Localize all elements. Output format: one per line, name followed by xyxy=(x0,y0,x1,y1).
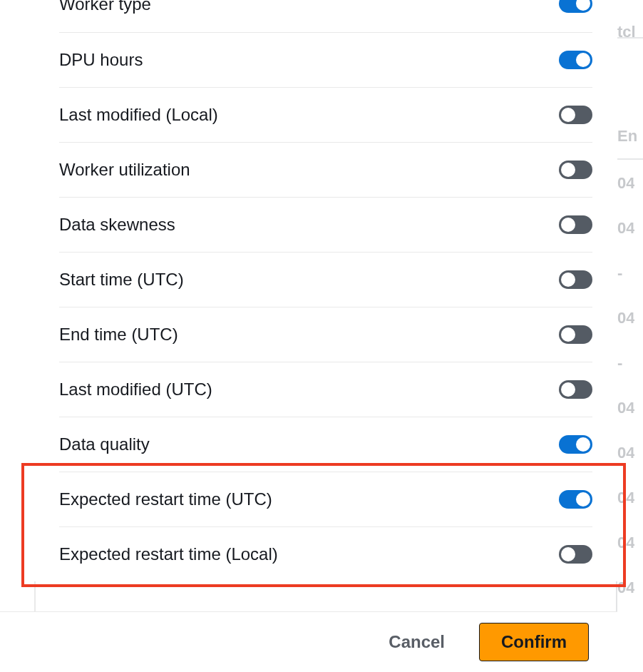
background-cell: - xyxy=(617,264,622,282)
setting-row-end-time-utc: End time (UTC) xyxy=(59,307,592,362)
setting-row-expected-restart-local: Expected restart time (Local) xyxy=(59,526,592,581)
background-cell: 04 xyxy=(617,309,634,327)
setting-label-data-quality: Data quality xyxy=(59,434,150,454)
background-cell: 04 xyxy=(617,444,634,462)
background-cell: 04 xyxy=(617,489,634,507)
toggle-last-modified-local[interactable] xyxy=(559,106,592,124)
setting-label-expected-restart-local: Expected restart time (Local) xyxy=(59,544,278,564)
setting-label-start-time-utc: Start time (UTC) xyxy=(59,270,184,290)
setting-label-last-modified-utc: Last modified (UTC) xyxy=(59,380,212,399)
setting-row-worker-utilization: Worker utilization xyxy=(59,142,592,197)
setting-row-worker-type: Worker type xyxy=(59,0,592,32)
toggle-worker-type[interactable] xyxy=(559,0,592,13)
toggle-expected-restart-local[interactable] xyxy=(559,545,592,564)
setting-row-data-skewness: Data skewness xyxy=(59,197,592,252)
toggle-knob xyxy=(561,327,575,342)
setting-label-data-skewness: Data skewness xyxy=(59,215,175,235)
setting-row-last-modified-local: Last modified (Local) xyxy=(59,87,592,142)
setting-label-last-modified-local: Last modified (Local) xyxy=(59,105,218,125)
toggle-data-skewness[interactable] xyxy=(559,215,592,234)
dialog-footer: Cancel Confirm xyxy=(0,611,617,672)
setting-label-expected-restart-utc: Expected restart time (UTC) xyxy=(59,489,272,509)
toggle-knob xyxy=(561,273,575,287)
setting-label-worker-type: Worker type xyxy=(59,0,151,14)
toggle-knob xyxy=(576,0,590,11)
background-table: tclEn0404-04-0404040404 xyxy=(617,0,643,672)
toggle-start-time-utc[interactable] xyxy=(559,270,592,289)
toggle-data-quality[interactable] xyxy=(559,435,592,454)
toggle-knob xyxy=(561,382,575,397)
confirm-button[interactable]: Confirm xyxy=(479,623,589,661)
background-cell: - xyxy=(617,354,622,372)
toggle-worker-utilization[interactable] xyxy=(559,161,592,179)
column-preferences-dialog: Worker typeDPU hoursLast modified (Local… xyxy=(34,0,617,581)
toggle-knob xyxy=(576,53,590,67)
background-divider xyxy=(617,158,643,160)
background-cell: 04 xyxy=(617,579,634,597)
setting-row-last-modified-utc: Last modified (UTC) xyxy=(59,362,592,417)
background-cell: 04 xyxy=(617,399,634,417)
background-cell: 04 xyxy=(617,174,634,193)
background-cell: tcl xyxy=(617,23,636,41)
background-divider xyxy=(617,37,643,39)
setting-label-worker-utilization: Worker utilization xyxy=(59,160,190,180)
toggle-knob xyxy=(561,547,575,561)
setting-label-end-time-utc: End time (UTC) xyxy=(59,325,178,345)
cancel-button[interactable]: Cancel xyxy=(367,623,466,661)
background-cell: 04 xyxy=(617,534,634,552)
toggle-knob xyxy=(561,108,575,122)
toggle-knob xyxy=(561,163,575,177)
background-cell: 04 xyxy=(617,219,634,238)
toggle-end-time-utc[interactable] xyxy=(559,325,592,344)
setting-row-expected-restart-utc: Expected restart time (UTC) xyxy=(59,472,592,526)
setting-row-start-time-utc: Start time (UTC) xyxy=(59,252,592,307)
toggle-last-modified-utc[interactable] xyxy=(559,380,592,399)
toggle-dpu-hours[interactable] xyxy=(559,51,592,69)
toggle-knob xyxy=(561,218,575,232)
toggle-knob xyxy=(576,437,590,452)
setting-row-data-quality: Data quality xyxy=(59,417,592,472)
toggle-knob xyxy=(576,492,590,506)
toggle-expected-restart-utc[interactable] xyxy=(559,490,592,509)
settings-list: Worker typeDPU hoursLast modified (Local… xyxy=(34,0,617,581)
setting-row-dpu-hours: DPU hours xyxy=(59,32,592,87)
background-cell: En xyxy=(617,127,637,146)
setting-label-dpu-hours: DPU hours xyxy=(59,50,143,70)
